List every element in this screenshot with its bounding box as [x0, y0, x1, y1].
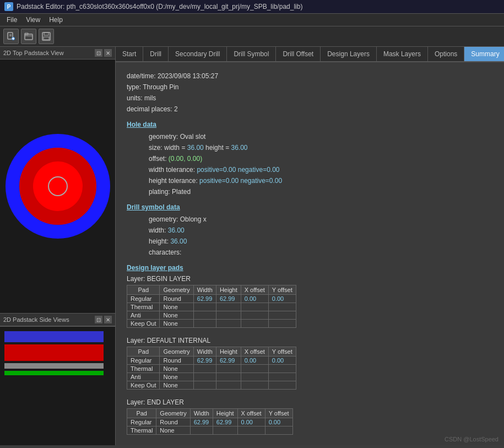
top-view-restore-btn[interactable]: ⊡ [95, 49, 102, 57]
height-tol-label: height tolerance: [149, 177, 198, 185]
table-cell-1-1: None [156, 427, 190, 435]
top-view-close-btn[interactable]: ✕ [104, 49, 112, 57]
table-cell-3-3 [216, 320, 241, 328]
ds-width-value: 36.00 [168, 226, 185, 234]
table-cell-1-3 [216, 303, 241, 311]
side-view-panel: 2D Padstack Side Views ⊡ ✕ [0, 313, 115, 445]
side-strip-gray [4, 363, 104, 369]
datetime-label: date/time: [127, 72, 156, 80]
table-cell-3-4 [241, 381, 268, 390]
geometry-value: Oval slot [180, 133, 206, 141]
table-cell-2-4 [241, 373, 268, 381]
menu-file[interactable]: File [2, 15, 21, 25]
table-cell-1-1: None [160, 365, 193, 373]
table-cell-0-3: 62.99 [216, 357, 241, 365]
table-cell-0-4: 0.00 [241, 295, 268, 303]
circle-hole [48, 176, 68, 196]
layer-tables: Layer: BEGIN LAYERPadGeometryWidthHeight… [127, 275, 493, 435]
offset-value: (0.00, 0.00) [169, 155, 202, 163]
decimal-line: decimal places: 2 [127, 104, 493, 114]
tab-summary[interactable]: Summary [464, 47, 504, 61]
decimal-value: 2 [174, 105, 178, 113]
table-row: Keep OutNone [127, 381, 296, 390]
table-cell-0-0: Regular [127, 357, 160, 365]
layer-section-0: Layer: BEGIN LAYERPadGeometryWidthHeight… [127, 275, 493, 328]
left-panel: 2D Top Padstack View ⊡ ✕ 2D Padstack Sid… [0, 47, 116, 445]
table-cell-3-2 [193, 381, 216, 390]
tab-drill-symbol[interactable]: Drill Symbol [227, 47, 276, 61]
side-view-restore-btn[interactable]: ⊡ [95, 316, 102, 323]
tab-drill[interactable]: Drill [143, 47, 169, 61]
table-cell-3-0: Keep Out [127, 320, 160, 328]
table-cell-1-3 [216, 365, 241, 373]
table-row: Keep OutNone [127, 320, 296, 328]
menu-help[interactable]: Help [45, 15, 67, 25]
tab-drill-offset[interactable]: Drill Offset [276, 47, 321, 61]
pad-table-1: PadGeometryWidthHeightX offsetY offsetRe… [127, 347, 296, 390]
title-bar: P Padstack Editor: pth_c630slot360x360s4… [0, 0, 504, 14]
open-button[interactable] [21, 29, 36, 44]
table-header-height: Height [216, 285, 241, 295]
layer-title-0: Layer: BEGIN LAYER [127, 275, 493, 283]
side-strip-red [4, 344, 104, 361]
table-cell-1-0: Thermal [127, 303, 160, 311]
side-strips [0, 327, 115, 380]
table-cell-1-0: Thermal [127, 365, 160, 373]
table-cell-2-2 [193, 373, 216, 381]
table-cell-0-5: 0.00 [268, 295, 296, 303]
tab-design-layers[interactable]: Design Layers [321, 47, 377, 61]
table-cell-3-3 [216, 381, 241, 390]
table-row: RegularRound62.9962.990.000.00 [127, 295, 296, 303]
height-tol-value: positive=0.00 negative=0.00 [199, 177, 282, 185]
ds-height-value: 36.00 [170, 238, 187, 245]
save-button[interactable] [39, 29, 54, 44]
size-label: size: [149, 144, 162, 152]
table-cell-0-1: Round [160, 295, 193, 303]
ds-height-label: height: [149, 238, 169, 245]
offset-line: offset: (0.00, 0.00) [149, 154, 493, 164]
ds-geometry-value: Oblong x [180, 215, 207, 223]
table-cell-1-5 [268, 303, 296, 311]
side-view-header: 2D Padstack Side Views ⊡ ✕ [0, 314, 115, 326]
table-header-y-offset: Y offset [265, 409, 292, 418]
tab-start[interactable]: Start [116, 47, 143, 61]
table-cell-2-0: Anti [127, 373, 160, 381]
table-header-width: Width [193, 285, 216, 295]
table-header-height: Height [213, 409, 237, 418]
type-value: Through Pin [143, 83, 178, 91]
table-cell-0-4: 0.00 [241, 357, 268, 365]
pad-table-0: PadGeometryWidthHeightX offsetY offsetRe… [127, 285, 296, 328]
table-cell-1-2 [193, 303, 216, 311]
table-cell-0-3: 62.99 [216, 295, 241, 303]
table-cell-2-2 [193, 311, 216, 320]
layer-title-2: Layer: END LAYER [127, 398, 493, 406]
table-header-y-offset: Y offset [268, 347, 296, 357]
table-cell-1-1: None [160, 303, 193, 311]
table-cell-2-0: Anti [127, 311, 160, 320]
table-cell-0-0: Regular [127, 418, 156, 427]
tab-secondary-drill[interactable]: Secondary Drill [169, 47, 227, 61]
menu-view[interactable]: View [21, 15, 45, 25]
title-text: Padstack Editor: pth_c630slot360x360s4of… [17, 3, 302, 10]
table-row: ThermalNone [127, 303, 296, 311]
watermark: CSDN @LostSpeed [445, 436, 498, 442]
offset-label: offset: [149, 155, 166, 163]
side-view-title: 2D Padstack Side Views [3, 316, 69, 323]
tab-options[interactable]: Options [428, 47, 464, 61]
table-cell-3-5 [268, 320, 296, 328]
datetime-value: 2023/09/08 13:05:27 [158, 72, 218, 80]
geometry-line: geometry: Oval slot [149, 132, 493, 142]
table-header-geometry: Geometry [156, 409, 190, 418]
hole-data-header: Hole data [127, 121, 493, 128]
table-cell-2-5 [268, 373, 296, 381]
side-view-close-btn[interactable]: ✕ [104, 316, 112, 323]
table-header-x-offset: X offset [241, 347, 268, 357]
table-row: RegularRound62.9962.990.000.00 [127, 357, 296, 365]
table-cell-3-1: None [160, 320, 193, 328]
ds-width-line: width: 36.00 [149, 225, 493, 235]
table-cell-2-1: None [160, 373, 193, 381]
new-button[interactable] [3, 29, 19, 44]
tab-mask-layers[interactable]: Mask Layers [377, 47, 428, 61]
table-row: ThermalNone [127, 427, 293, 435]
table-cell-1-2 [190, 427, 213, 435]
